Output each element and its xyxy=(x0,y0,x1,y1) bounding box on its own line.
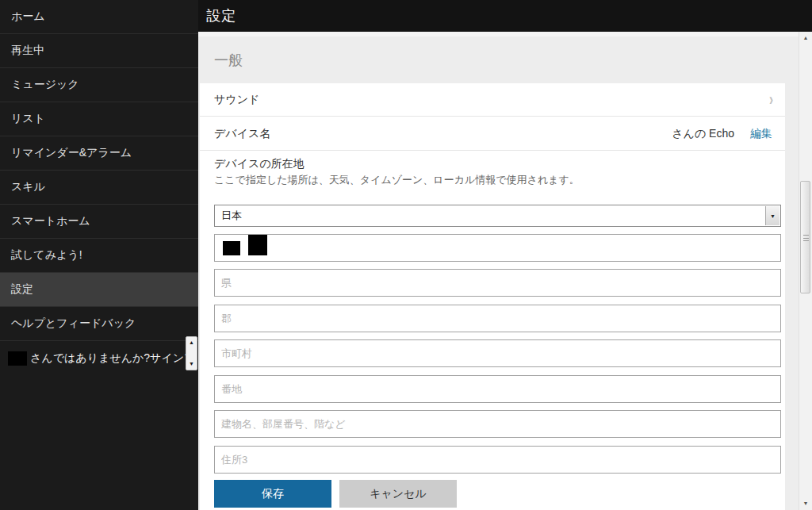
save-button[interactable]: 保存 xyxy=(214,480,331,508)
country-select[interactable]: 日本 ▼ xyxy=(214,205,781,227)
sidebar-item-label: 試してみよう! xyxy=(11,248,82,263)
scroll-up-icon[interactable]: ▲ xyxy=(799,32,812,44)
sidebar-item-now-playing[interactable]: 再生中 xyxy=(0,34,198,68)
device-name-label: デバイス名 xyxy=(200,127,270,141)
scroll-down-icon[interactable]: ▼ xyxy=(186,360,197,368)
prefecture-field[interactable] xyxy=(214,269,781,297)
edit-device-name-link[interactable]: 編集 xyxy=(750,127,772,141)
redacted-address-text xyxy=(223,241,240,255)
device-location-description: ここで指定した場所は、天気、タイムゾーン、ローカル情報で使用されます。 xyxy=(214,173,580,187)
device-location-label: デバイスの所在地 xyxy=(214,157,304,171)
scrollbar-grip-icon xyxy=(803,235,809,241)
dropdown-button[interactable]: ▼ xyxy=(765,206,779,225)
country-selected-value: 日本 xyxy=(215,205,780,226)
sidebar: ホーム 再生中 ミュージック リスト リマインダー&アラーム スキル スマートホ… xyxy=(0,0,198,510)
dropdown-arrow-icon: ▼ xyxy=(770,213,776,219)
sidebar-item-label: リマインダー&アラーム xyxy=(11,146,132,160)
device-name-value: さんの Echo xyxy=(672,127,734,141)
sound-row[interactable]: サウンド › xyxy=(200,83,785,117)
cancel-button[interactable]: キャンセル xyxy=(339,480,457,508)
redacted-address-text xyxy=(248,235,267,255)
sidebar-item-things-to-try[interactable]: 試してみよう! xyxy=(0,239,198,273)
device-name-row: デバイス名 さんの Echo 編集 xyxy=(200,117,785,151)
sign-out-link[interactable]: さんではありませんか?サインア xyxy=(0,341,198,375)
address3-field[interactable] xyxy=(214,446,781,474)
section-title-general: 一般 xyxy=(214,51,243,70)
sidebar-item-skills[interactable]: スキル xyxy=(0,171,198,205)
street-number-field[interactable] xyxy=(214,375,781,403)
sidebar-item-label: ホーム xyxy=(11,10,45,24)
sign-out-label: さんではありませんか?サインア xyxy=(30,351,195,366)
sidebar-item-smart-home[interactable]: スマートホーム xyxy=(0,205,198,239)
sidebar-scrollbar[interactable]: ▲ ▼ xyxy=(186,336,197,370)
sidebar-item-lists[interactable]: リスト xyxy=(0,102,198,136)
redacted-user-name xyxy=(8,351,27,366)
sidebar-item-label: ミュージック xyxy=(11,78,79,92)
sidebar-item-label: 再生中 xyxy=(11,44,44,58)
sidebar-item-home[interactable]: ホーム xyxy=(0,0,198,34)
sound-label: サウンド xyxy=(200,93,259,107)
sidebar-item-label: ヘルプとフィードバック xyxy=(11,316,136,331)
settings-content: 一般 サウンド › デバイス名 さんの Echo 編集 デバイスの所在地 ここで… xyxy=(198,32,799,510)
sidebar-item-label: 設定 xyxy=(11,282,33,297)
sidebar-item-reminders-alarms[interactable]: リマインダー&アラーム xyxy=(0,136,198,171)
content-scrollbar[interactable]: ▲ ▼ xyxy=(799,32,812,510)
page-title: 設定 xyxy=(206,8,236,24)
page-title-bar: 設定 xyxy=(198,0,812,32)
sidebar-item-label: リスト xyxy=(11,112,45,126)
city-field[interactable] xyxy=(214,339,781,367)
sidebar-item-help-feedback[interactable]: ヘルプとフィードバック xyxy=(0,307,198,341)
scrollbar-thumb[interactable] xyxy=(800,181,810,293)
scroll-down-icon[interactable]: ▼ xyxy=(799,497,812,510)
sidebar-item-label: スマートホーム xyxy=(11,214,90,228)
sidebar-item-music[interactable]: ミュージック xyxy=(0,68,198,102)
content-top-strip xyxy=(198,32,799,36)
chevron-right-icon: › xyxy=(769,90,773,110)
sidebar-item-settings[interactable]: 設定 xyxy=(0,273,198,307)
building-field[interactable] xyxy=(214,410,781,438)
county-field[interactable] xyxy=(214,305,781,332)
sidebar-item-label: スキル xyxy=(11,180,45,194)
address-line1-field-redacted[interactable] xyxy=(214,234,781,262)
settings-panel: サウンド › デバイス名 さんの Echo 編集 デバイスの所在地 ここで指定し… xyxy=(200,83,785,510)
scroll-up-icon[interactable]: ▲ xyxy=(186,339,197,347)
